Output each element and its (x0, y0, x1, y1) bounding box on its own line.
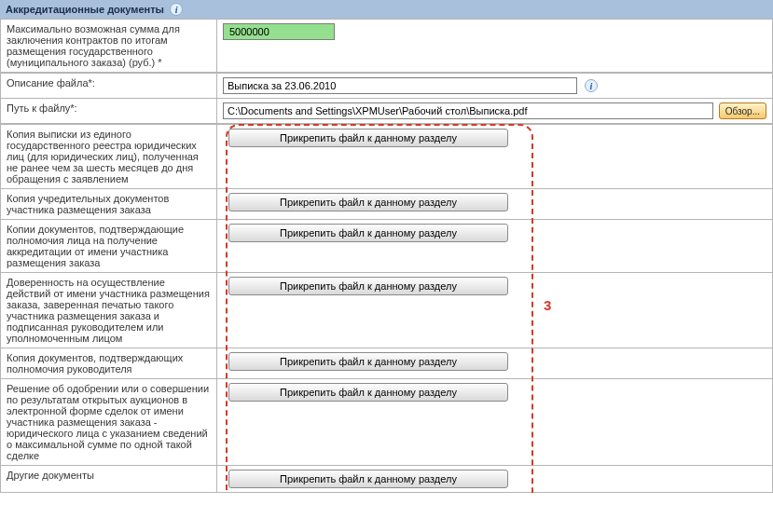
file-description-input[interactable] (223, 77, 577, 94)
attach-file-button[interactable]: Прикрепить файл к данному разделу (228, 224, 508, 242)
attach-table: Копия выписки из единого государственног… (0, 124, 773, 493)
accreditation-documents-header: Аккредитационные документы i (0, 0, 773, 19)
max-sum-row: Максимально возможная сумма для заключен… (1, 20, 773, 73)
attach-row-label: Копия выписки из единого государственног… (1, 125, 217, 189)
attach-row: Копия выписки из единого государственног… (1, 125, 773, 189)
attach-row: Копия документов, подтверждающих полномо… (1, 348, 773, 379)
browse-button[interactable]: Обзор... (719, 102, 766, 119)
info-icon[interactable]: i (585, 79, 598, 92)
attach-row-label: Копии документов, подтверждающие полномо… (1, 220, 217, 273)
attach-row: Доверенность на осуществление действий о… (1, 273, 773, 348)
file-path-input[interactable] (223, 102, 713, 119)
attach-row-label: Решение об одобрении или о совершении по… (1, 379, 217, 466)
attach-file-button[interactable]: Прикрепить файл к данному разделу (228, 470, 508, 488)
attach-row: Решение об одобрении или о совершении по… (1, 379, 773, 466)
attach-row: Другие документыПрикрепить файл к данном… (1, 466, 773, 493)
attach-row-label: Доверенность на осуществление действий о… (1, 273, 217, 348)
file-desc-row: Описание файла*: i (1, 74, 773, 99)
file-meta-table: Описание файла*: i Путь к файлу*: Обзор.… (0, 73, 773, 124)
file-path-label: Путь к файлу*: (1, 99, 217, 124)
attach-file-button[interactable]: Прикрепить файл к данному разделу (228, 352, 508, 371)
attach-row-label: Копия документов, подтверждающих полномо… (1, 348, 217, 379)
attach-row: Копия учредительных документов участника… (1, 189, 773, 220)
section-title: Аккредитационные документы (6, 4, 164, 15)
max-sum-input[interactable] (223, 23, 335, 40)
attach-row: Копии документов, подтверждающие полномо… (1, 220, 773, 273)
attach-file-button[interactable]: Прикрепить файл к данному разделу (228, 193, 508, 211)
file-desc-label: Описание файла*: (1, 74, 217, 99)
attach-area: Копия выписки из единого государственног… (0, 124, 773, 493)
attach-row-label: Другие документы (1, 466, 217, 493)
attach-file-button[interactable]: Прикрепить файл к данному разделу (228, 383, 508, 402)
max-sum-label: Максимально возможная сумма для заключен… (1, 20, 217, 73)
file-path-row: Путь к файлу*: Обзор... (1, 99, 773, 124)
form-table: Максимально возможная сумма для заключен… (0, 19, 773, 73)
info-icon[interactable]: i (170, 3, 183, 16)
attach-file-button[interactable]: Прикрепить файл к данному разделу (228, 129, 508, 147)
attach-row-label: Копия учредительных документов участника… (1, 189, 217, 220)
attach-file-button[interactable]: Прикрепить файл к данному разделу (228, 277, 508, 295)
